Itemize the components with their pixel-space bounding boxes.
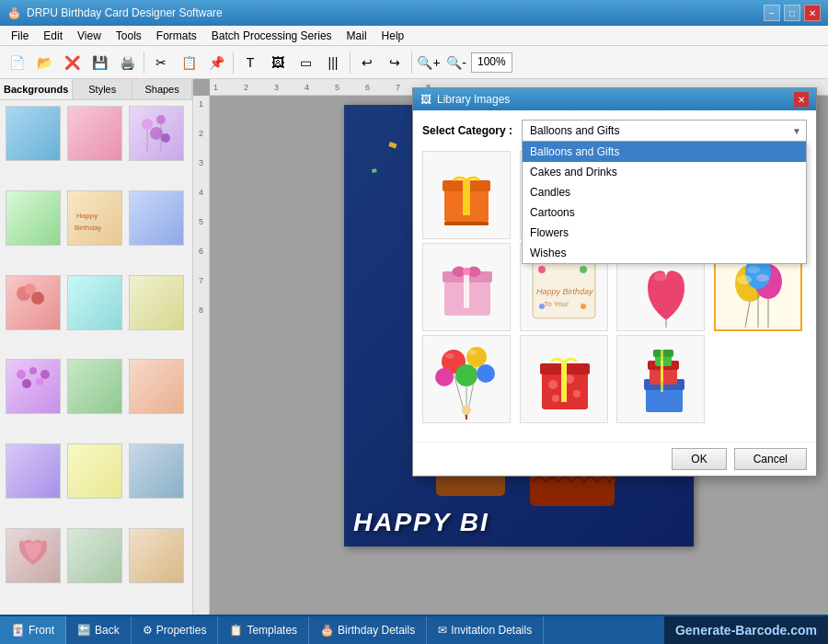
category-label: Select Category : [422,124,512,137]
svg-rect-99 [661,361,663,381]
svg-text:To You!: To You! [544,300,569,308]
category-select-wrapper: Balloons and Gifts Cakes and Drinks Cand… [522,120,807,142]
svg-point-79 [469,350,477,355]
dropdown-item-cartoons[interactable]: Cartoons [523,202,806,223]
svg-point-87 [548,380,558,389]
gifts-pile-svg [620,339,701,420]
lib-image-9[interactable] [422,335,511,423]
svg-point-74 [466,347,487,367]
svg-point-54 [463,268,470,275]
svg-point-62 [654,272,667,282]
lib-image-1[interactable] [422,151,511,239]
dropdown-item-wishes[interactable]: Wishes [523,243,806,263]
svg-rect-91 [561,363,567,402]
category-select[interactable]: Balloons and Gifts Cakes and Drinks Cand… [522,120,807,142]
svg-point-61 [581,304,586,309]
svg-point-83 [462,406,471,415]
svg-point-60 [539,304,545,309]
svg-point-75 [455,364,477,386]
gift-box-1-svg [426,155,507,236]
cancel-button[interactable]: Cancel [734,448,807,470]
dialog-icon: 🖼 [420,93,431,106]
svg-rect-42 [444,222,489,225]
svg-point-90 [552,395,559,402]
dialog-title: 🖼 Library Images [420,93,510,106]
svg-point-77 [477,364,495,383]
dropdown-item-candles[interactable]: Candles [523,182,806,202]
svg-point-78 [445,353,454,359]
svg-point-67 [737,275,752,284]
library-images-dialog: 🖼 Library Images ✕ Select Category : Bal… [412,87,817,477]
svg-rect-53 [464,271,469,308]
dialog-overlay: 🖼 Library Images ✕ Select Category : Bal… [0,0,828,644]
svg-point-59 [580,266,587,273]
gift-pink-svg [426,247,507,328]
balloons-string-svg [426,339,507,420]
svg-rect-41 [463,180,470,215]
dropdown-list: Balloons and Gifts Cakes and Drinks Cand… [522,142,807,264]
svg-point-76 [435,368,454,386]
lib-image-11[interactable] [616,335,705,423]
lib-image-10[interactable] [520,335,608,423]
svg-rect-92 [646,386,683,412]
dialog-body: Select Category : Balloons and Gifts Cak… [413,110,816,442]
lib-image-5[interactable] [422,243,511,331]
gift-red-svg [523,339,604,420]
dropdown-item-cakes[interactable]: Cakes and Drinks [523,162,806,182]
svg-point-58 [538,266,546,273]
category-row: Select Category : Balloons and Gifts Cak… [422,120,807,142]
svg-text:Happy Birthday: Happy Birthday [536,287,593,296]
dialog-title-text: Library Images [437,93,510,106]
ok-button[interactable]: OK [672,448,726,470]
dialog-close-button[interactable]: ✕ [794,92,809,107]
dialog-footer: OK Cancel [413,442,816,476]
dropdown-item-balloons[interactable]: Balloons and Gifts [523,142,806,162]
svg-point-69 [747,266,760,273]
svg-line-70 [745,302,750,328]
svg-point-89 [573,390,581,397]
dropdown-item-flowers[interactable]: Flowers [523,223,806,243]
dialog-title-bar: 🖼 Library Images ✕ [413,88,816,110]
svg-point-68 [756,274,769,282]
